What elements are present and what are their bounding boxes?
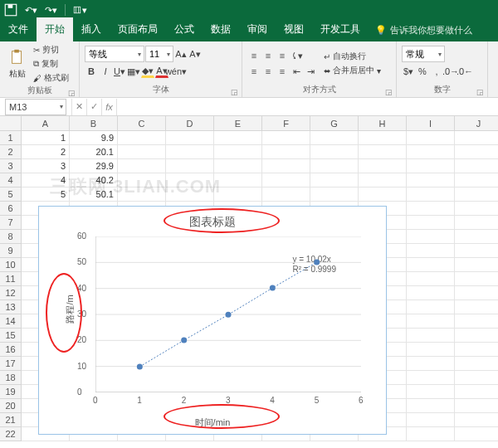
align-top-icon[interactable]: ≡	[247, 49, 261, 62]
cell[interactable]	[262, 145, 310, 159]
cell[interactable]	[359, 159, 407, 173]
decrease-indent-icon[interactable]: ⇤	[290, 65, 303, 78]
cell[interactable]	[262, 131, 310, 145]
font-size-select[interactable]: 11	[145, 46, 173, 62]
dialog-launcher-icon[interactable]: ◲	[385, 88, 393, 96]
enter-formula-icon[interactable]: ✓	[86, 99, 101, 115]
cell[interactable]	[407, 399, 455, 413]
cell[interactable]	[407, 173, 455, 187]
column-header[interactable]: I	[407, 116, 455, 131]
dialog-launcher-icon[interactable]: ◲	[476, 88, 484, 96]
cell[interactable]	[407, 371, 455, 385]
row-header[interactable]: 22	[0, 427, 22, 441]
cell[interactable]	[310, 173, 359, 187]
row-header[interactable]: 1	[0, 131, 22, 145]
row-header[interactable]: 18	[0, 371, 22, 385]
cell[interactable]: 5	[22, 187, 70, 202]
row-header[interactable]: 12	[0, 286, 22, 300]
cell[interactable]	[407, 427, 455, 441]
row-header[interactable]: 15	[0, 329, 22, 343]
cell[interactable]	[359, 187, 407, 202]
cut-button[interactable]: ✂剪切	[33, 43, 69, 56]
cell[interactable]	[214, 159, 262, 173]
tab-home[interactable]: 开始	[37, 17, 73, 41]
cell[interactable]	[407, 244, 455, 258]
cell[interactable]	[407, 329, 455, 343]
align-left-icon[interactable]: ≡	[247, 65, 261, 78]
chart-object[interactable]: 图表标题 路程/m 时间/min y = 10.02x R² = 0.9999 …	[38, 206, 387, 435]
cell[interactable]	[407, 187, 455, 202]
cell[interactable]	[166, 173, 214, 187]
touch-mode-icon[interactable]: ▾	[72, 2, 87, 17]
cell[interactable]	[455, 286, 498, 300]
cell[interactable]	[407, 230, 455, 244]
cell[interactable]: 2	[22, 145, 70, 159]
tab-view[interactable]: 视图	[276, 17, 312, 41]
number-format-select[interactable]: 常规	[402, 46, 445, 62]
column-header[interactable]: G	[310, 116, 359, 131]
cell[interactable]	[407, 145, 455, 159]
cell[interactable]	[407, 258, 455, 272]
cell[interactable]	[118, 145, 166, 159]
column-header[interactable]: A	[22, 116, 70, 131]
formula-input[interactable]	[116, 99, 498, 115]
cell[interactable]	[407, 385, 455, 399]
tab-formulas[interactable]: 公式	[166, 17, 203, 41]
cell[interactable]	[359, 145, 407, 159]
row-header[interactable]: 20	[0, 399, 22, 413]
underline-button[interactable]: U▾	[113, 65, 126, 78]
row-header[interactable]: 3	[0, 159, 22, 173]
undo-icon[interactable]: ↶▾	[23, 2, 38, 17]
align-right-icon[interactable]: ≡	[276, 65, 289, 78]
decrease-decimal-icon[interactable]: .0←	[458, 65, 471, 78]
row-header[interactable]: 21	[0, 413, 22, 427]
cell[interactable]	[407, 202, 455, 216]
fx-icon[interactable]: fx	[101, 99, 116, 115]
tab-page-layout[interactable]: 页面布局	[110, 17, 166, 41]
cell[interactable]	[262, 173, 310, 187]
dialog-launcher-icon[interactable]: ◲	[231, 88, 238, 96]
cell[interactable]	[455, 202, 498, 216]
tab-file[interactable]: 文件	[0, 17, 37, 41]
select-all-corner[interactable]	[0, 116, 22, 131]
cell[interactable]: 1	[22, 131, 70, 145]
cancel-formula-icon[interactable]: ✕	[71, 99, 86, 115]
cell[interactable]	[214, 187, 262, 202]
row-header[interactable]: 17	[0, 357, 22, 371]
comma-format-icon[interactable]: ,	[430, 65, 443, 78]
cell[interactable]	[166, 187, 214, 202]
cell[interactable]	[359, 131, 407, 145]
cell[interactable]	[407, 314, 455, 329]
cell[interactable]	[118, 187, 166, 202]
tell-me-search[interactable]: 💡 告诉我你想要做什么	[369, 19, 479, 41]
cell[interactable]	[455, 131, 498, 145]
align-bottom-icon[interactable]: ≡	[276, 49, 289, 62]
cell[interactable]	[118, 173, 166, 187]
row-header[interactable]: 16	[0, 343, 22, 357]
cell[interactable]	[359, 173, 407, 187]
row-header[interactable]: 10	[0, 258, 22, 272]
increase-decimal-icon[interactable]: .0→	[444, 65, 457, 78]
cell[interactable]	[407, 357, 455, 371]
column-header[interactable]: E	[214, 116, 262, 131]
cell[interactable]	[455, 399, 498, 413]
row-header[interactable]: 9	[0, 244, 22, 258]
row-header[interactable]: 19	[0, 385, 22, 399]
cell[interactable]	[455, 413, 498, 427]
wrap-text-button[interactable]: ↵自动换行	[324, 50, 381, 63]
cell[interactable]: 50.1	[70, 187, 118, 202]
cell[interactable]	[455, 145, 498, 159]
fill-color-button[interactable]: ◆▾	[141, 65, 154, 78]
cell[interactable]	[310, 159, 359, 173]
tab-data[interactable]: 数据	[203, 17, 239, 41]
percent-format-icon[interactable]: %	[416, 65, 429, 78]
italic-button[interactable]: I	[99, 65, 112, 78]
accounting-format-icon[interactable]: $▾	[402, 65, 415, 78]
row-header[interactable]: 8	[0, 230, 22, 244]
row-header[interactable]: 2	[0, 145, 22, 159]
cell[interactable]	[166, 131, 214, 145]
cell[interactable]	[455, 216, 498, 230]
cell[interactable]	[310, 187, 359, 202]
cell[interactable]	[118, 131, 166, 145]
decrease-font-icon[interactable]: A▾	[188, 47, 202, 61]
